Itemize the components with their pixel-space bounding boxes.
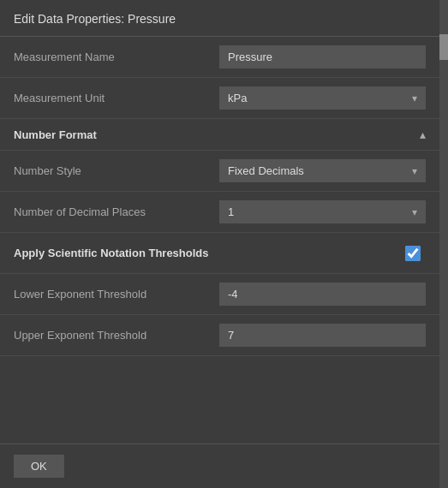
lower-exponent-input[interactable] [219, 283, 426, 306]
dialog-footer: OK [0, 443, 448, 488]
scientific-notation-checkbox[interactable] [405, 246, 421, 261]
decimal-places-value-container: 0 1 2 3 4 5 ▾ [219, 200, 426, 223]
measurement-unit-value-container: kPa Pa bar psi ▾ [219, 86, 426, 110]
upper-exponent-value-container [219, 324, 426, 347]
number-style-row: Number Style Fixed Decimals Scientific A… [0, 151, 439, 192]
edit-data-properties-dialog: Edit Data Properties: Pressure Measureme… [0, 0, 448, 488]
lower-exponent-row: Lower Exponent Threshold [0, 274, 439, 315]
scrollbar[interactable] [439, 0, 448, 488]
scientific-notation-row: Apply Scientific Notation Thresholds [0, 233, 439, 274]
measurement-name-input[interactable] [219, 45, 426, 68]
decimal-places-select[interactable]: 0 1 2 3 4 5 [219, 200, 426, 223]
scrollbar-thumb[interactable] [439, 34, 448, 60]
measurement-unit-row: Measurement Unit kPa Pa bar psi ▾ [0, 78, 439, 119]
measurement-name-row: Measurement Name [0, 37, 439, 78]
decimal-places-label: Number of Decimal Places [14, 205, 219, 218]
upper-exponent-label: Upper Exponent Threshold [14, 329, 219, 342]
number-style-value-container: Fixed Decimals Scientific Auto ▾ [219, 159, 426, 182]
dialog-title: Edit Data Properties: Pressure [0, 0, 448, 37]
measurement-unit-label: Measurement Unit [14, 92, 219, 104]
form-content: Measurement Name Measurement Unit kPa Pa… [0, 37, 448, 443]
ok-button[interactable]: OK [14, 455, 64, 478]
lower-exponent-value-container [219, 283, 426, 306]
measurement-name-label: Measurement Name [14, 51, 219, 63]
measurement-unit-select-wrapper: kPa Pa bar psi ▾ [219, 86, 426, 110]
number-format-chevron-icon: ▴ [420, 128, 426, 141]
content-inner: Measurement Name Measurement Unit kPa Pa… [0, 37, 448, 356]
number-format-section-header[interactable]: Number Format ▴ [0, 119, 439, 151]
scientific-notation-label: Apply Scientific Notation Thresholds [14, 247, 400, 259]
lower-exponent-label: Lower Exponent Threshold [14, 288, 219, 301]
upper-exponent-input[interactable] [219, 324, 426, 347]
decimal-places-row: Number of Decimal Places 0 1 2 3 4 5 ▾ [0, 192, 439, 233]
measurement-unit-select[interactable]: kPa Pa bar psi [219, 86, 426, 110]
number-style-select[interactable]: Fixed Decimals Scientific Auto [219, 159, 426, 182]
decimal-places-select-wrapper: 0 1 2 3 4 5 ▾ [219, 200, 426, 223]
number-format-label: Number Format [14, 128, 420, 141]
measurement-name-value-container [219, 45, 426, 68]
scientific-notation-checkbox-wrapper [400, 246, 426, 261]
upper-exponent-row: Upper Exponent Threshold [0, 315, 439, 356]
number-style-label: Number Style [14, 164, 219, 177]
number-style-select-wrapper: Fixed Decimals Scientific Auto ▾ [219, 159, 426, 182]
